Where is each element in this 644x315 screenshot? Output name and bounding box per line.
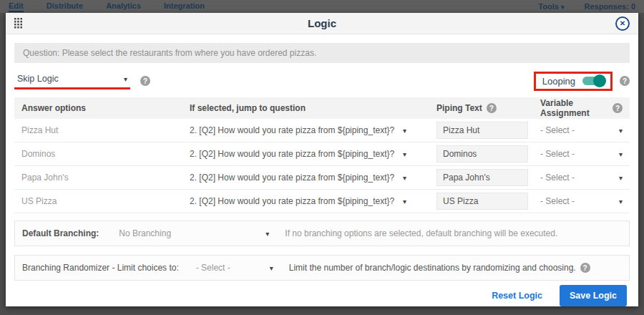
- chevron-down-icon: ▾: [270, 264, 273, 272]
- jump-to-value: 2. [Q2] How would you rate pizza from ${…: [190, 173, 394, 183]
- variable-assignment-dropdown[interactable]: - Select - ▾: [533, 149, 630, 159]
- save-logic-button[interactable]: Save Logic: [560, 285, 627, 306]
- col-header-jump: If selected, jump to question: [182, 103, 429, 113]
- branching-randomizer-dropdown[interactable]: - Select - ▾: [196, 263, 273, 273]
- table-row: Papa John's 2. [Q2] How would you rate p…: [14, 166, 630, 190]
- jump-to-dropdown[interactable]: 2. [Q2] How would you rate pizza from ${…: [182, 125, 429, 135]
- variable-value: - Select -: [540, 173, 575, 183]
- jump-to-dropdown[interactable]: 2. [Q2] How would you rate pizza from ${…: [182, 149, 429, 159]
- col-header-answer: Answer options: [14, 103, 182, 113]
- menu-item-analytics[interactable]: Analytics: [106, 1, 141, 12]
- jump-to-value: 2. [Q2] How would you rate pizza from ${…: [190, 196, 394, 206]
- answer-option-label: US Pizza: [14, 196, 182, 206]
- piping-text-input[interactable]: [436, 122, 528, 139]
- chevron-down-icon: ▾: [403, 150, 406, 158]
- responses-count: Responses: 0: [584, 2, 635, 11]
- help-icon[interactable]: ?: [487, 103, 497, 113]
- reset-logic-button[interactable]: Reset Logic: [492, 291, 542, 301]
- logic-type-dropdown[interactable]: Skip Logic ▾: [14, 72, 130, 89]
- default-branching-note: If no branching options are selected, de…: [285, 228, 557, 238]
- chevron-down-icon: ▾: [619, 174, 623, 182]
- default-branching-value: No Branching: [119, 228, 171, 238]
- jump-to-dropdown[interactable]: 2. [Q2] How would you rate pizza from ${…: [182, 173, 429, 183]
- modal-header: Logic ✕: [6, 13, 638, 34]
- chevron-down-icon: ▾: [403, 127, 406, 135]
- tools-label: Tools: [538, 2, 559, 11]
- jump-to-value: 2. [Q2] How would you rate pizza from ${…: [190, 125, 394, 135]
- table-row: US Pizza 2. [Q2] How would you rate pizz…: [14, 190, 630, 213]
- skip-logic-table: Answer options If selected, jump to ques…: [14, 97, 630, 213]
- variable-value: - Select -: [540, 196, 575, 206]
- tools-dropdown[interactable]: Tools ▾: [538, 2, 564, 11]
- top-menu-bar: Edit Distribute Analytics Integration To…: [0, 0, 644, 13]
- menu-item-integration[interactable]: Integration: [164, 1, 205, 12]
- piping-text-input[interactable]: [436, 145, 528, 163]
- help-icon[interactable]: ?: [620, 76, 630, 86]
- col-header-piping: Piping Text ?: [429, 103, 533, 113]
- chevron-down-icon: ▾: [265, 230, 269, 238]
- default-branching-section: Default Branching: No Branching ▾ If no …: [14, 220, 630, 246]
- chevron-down-icon: ▾: [619, 127, 623, 135]
- chevron-down-icon: ▾: [619, 150, 623, 158]
- help-icon[interactable]: ?: [580, 263, 590, 273]
- modal-footer: Reset Logic Save Logic: [14, 285, 630, 306]
- variable-assignment-dropdown[interactable]: - Select - ▾: [533, 125, 630, 135]
- piping-text-input[interactable]: [436, 193, 528, 210]
- looping-annotation-box: Looping: [534, 72, 613, 91]
- variable-assignment-dropdown[interactable]: - Select - ▾: [533, 196, 630, 206]
- looping-label: Looping: [542, 76, 575, 87]
- toggle-knob: [593, 74, 606, 87]
- table-row: Dominos 2. [Q2] How would you rate pizza…: [14, 142, 630, 166]
- chevron-down-icon: ▾: [124, 75, 127, 83]
- help-icon[interactable]: ?: [140, 76, 150, 86]
- looping-toggle[interactable]: [582, 77, 604, 85]
- chevron-down-icon: ▾: [403, 174, 406, 182]
- menu-item-edit[interactable]: Edit: [9, 1, 24, 12]
- variable-value: - Select -: [540, 125, 575, 135]
- default-branching-label: Default Branching:: [22, 228, 99, 238]
- answer-option-label: Dominos: [14, 149, 182, 159]
- page-title: Logic: [6, 17, 638, 29]
- help-icon[interactable]: ?: [613, 103, 623, 113]
- answer-option-label: Papa John's: [14, 173, 182, 183]
- branching-randomizer-value: - Select -: [196, 263, 230, 273]
- close-icon[interactable]: ✕: [615, 16, 630, 31]
- answer-option-label: Pizza Hut: [14, 125, 182, 135]
- chevron-down-icon: ▾: [619, 198, 623, 205]
- branching-randomizer-note: Limit the number of branch/logic destina…: [289, 263, 590, 273]
- variable-assignment-dropdown[interactable]: - Select - ▾: [533, 173, 630, 183]
- table-header-row: Answer options If selected, jump to ques…: [14, 97, 630, 119]
- question-context-bar: Question: Please select the restaurants …: [14, 43, 630, 63]
- chevron-down-icon: ▾: [561, 4, 565, 11]
- variable-value: - Select -: [540, 149, 575, 159]
- main-menu: Edit Distribute Analytics Integration: [9, 1, 205, 12]
- logic-modal: Logic ✕ Question: Please select the rest…: [6, 13, 638, 306]
- table-row: Pizza Hut 2. [Q2] How would you rate piz…: [14, 119, 630, 142]
- branching-randomizer-section: Branching Randomizer - Limit choices to:…: [14, 255, 630, 281]
- logic-type-value: Skip Logic: [17, 74, 59, 84]
- col-header-variable: Variable Assignment ?: [533, 98, 630, 118]
- default-branching-dropdown[interactable]: No Branching ▾: [119, 228, 269, 238]
- note-text: Limit the number of branch/logic destina…: [289, 263, 576, 273]
- menu-item-distribute[interactable]: Distribute: [47, 1, 83, 12]
- jump-to-value: 2. [Q2] How would you rate pizza from ${…: [190, 149, 394, 159]
- piping-text-input[interactable]: [436, 169, 528, 186]
- branching-randomizer-label: Branching Randomizer - Limit choices to:: [22, 263, 179, 273]
- chevron-down-icon: ▾: [403, 198, 406, 205]
- jump-to-dropdown[interactable]: 2. [Q2] How would you rate pizza from ${…: [182, 196, 429, 206]
